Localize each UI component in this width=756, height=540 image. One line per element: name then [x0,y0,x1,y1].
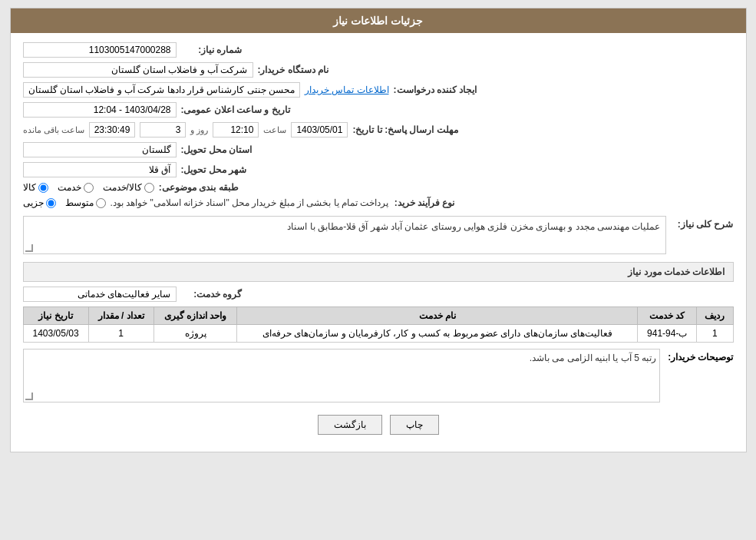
table-row: 1ب-94-941فعالیت‌های سازمان‌های دارای عضو… [23,325,733,343]
purchase-radio-jozii[interactable] [46,198,56,208]
service-group-row: گروه خدمت: سایر فعالیت‌های خدماتی [23,287,734,302]
buyer-org-value: شرکت آب و فاضلاب استان گلستان [23,62,253,78]
buyer-notes-box: رتبه 5 آب یا ابنیه الزامی می باشد. [23,349,661,403]
reply-deadline-row: مهلت ارسال پاسخ: تا تاریخ: 1403/05/01 سا… [23,122,734,137]
category-option-khedmat: خدمت [58,182,94,193]
need-number-row: شماره نیاز: 1103005147000288 [23,42,734,58]
category-label: طبقه بندی موضوعی: [159,182,239,193]
buyer-notes-resize [25,393,33,400]
creator-label: ایجاد کننده درخواست: [394,84,477,95]
creator-link[interactable]: اطلاعات تماس خریدار [305,84,389,95]
province-value: گلستان [23,142,177,157]
category-option-kala: کالا [23,182,48,193]
services-table: ردیف کد خدمت نام خدمت واحد اندازه گیری ت… [23,306,734,343]
description-wrapper: عملیات مهندسی مجدد و بهسازی مخزن فلزی هو… [23,216,666,254]
need-number-label: شماره نیاز: [181,45,243,55]
reply-days-label: روز و [190,125,208,135]
purchase-option-jozii: جزیی [23,197,56,208]
table-header-row: ردیف کد خدمت نام خدمت واحد اندازه گیری ت… [23,307,733,325]
category-khedmat-label: خدمت [58,182,81,193]
category-kala-label: کالا [23,182,36,193]
description-section: شرح کلی نیاز: عملیات مهندسی مجدد و بهساز… [23,216,734,254]
announce-value: 1403/04/28 - 12:04 [23,102,177,118]
reply-time-value: 12:10 [213,122,259,137]
purchase-motavasset-label: متوسط [65,197,94,208]
category-option-kala-khedmat: کالا/خدمت [103,182,154,193]
creator-row: ایجاد کننده درخواست: اطلاعات تماس خریدار… [23,82,734,98]
table-cell-row: 1 [697,325,733,343]
page-header: جزئیات اطلاعات نیاز [11,8,746,33]
buyer-org-label: نام دستگاه خریدار: [258,65,329,75]
col-header-row: ردیف [697,307,733,325]
purchase-note: پرداخت تمام یا بخشی از مبلغ خریدار محل "… [111,197,389,208]
back-button[interactable]: بازگشت [318,415,382,435]
reply-days-value: 3 [140,122,186,137]
table-cell-quantity: 1 [88,325,154,343]
purchase-radio-group: متوسط جزیی [23,197,106,208]
service-group-value: سایر فعالیت‌های خدماتی [23,287,177,302]
content-area: شماره نیاز: 1103005147000288 نام دستگاه … [11,33,746,452]
province-row: استان محل تحویل: گلستان [23,142,734,157]
resize-handle [25,244,33,252]
col-header-unit: واحد اندازه گیری [154,307,237,325]
city-row: شهر محل تحویل: آق قلا [23,162,734,177]
buyer-notes-section: توصیحات خریدار: رتبه 5 آب یا ابنیه الزام… [23,349,734,403]
table-cell-unit: پروژه [154,325,237,343]
purchase-type-label: نوع فرآیند خرید: [393,197,454,208]
col-header-name: نام خدمت [237,307,638,325]
purchase-type-row: نوع فرآیند خرید: پرداخت تمام یا بخشی از … [23,197,734,208]
table-cell-date: 1403/05/03 [23,325,88,343]
category-radio-khedmat[interactable] [84,183,94,193]
reply-time-label: ساعت [263,125,286,135]
buyer-org-row: نام دستگاه خریدار: شرکت آب و فاضلاب استا… [23,62,734,78]
category-row: طبقه بندی موضوعی: کالا/خدمت خدمت کالا [23,182,734,193]
reply-date-value: 1403/05/01 [291,122,348,137]
province-label: استان محل تحویل: [181,144,253,155]
announce-row: تاریخ و ساعت اعلان عمومی: 1403/04/28 - 1… [23,102,734,118]
col-header-qty: تعداد / مقدار [88,307,154,325]
col-header-code: کد خدمت [638,307,697,325]
buttons-row: چاپ بازگشت [23,415,734,435]
category-kala-khedmat-label: کالا/خدمت [103,182,142,193]
city-value: آق قلا [23,162,177,177]
reply-deadline-label: مهلت ارسال پاسخ: تا تاریخ: [352,124,457,135]
category-radio-group: کالا/خدمت خدمت کالا [23,182,154,193]
table-cell-code: ب-94-941 [638,325,697,343]
col-header-date: تاریخ نیاز [23,307,88,325]
page-title: جزئیات اطلاعات نیاز [333,15,423,27]
creator-value: محسن جنتی کارشناس قرار دادها شرکت آب و ف… [23,82,300,98]
purchase-jozii-label: جزیی [23,197,44,208]
city-label: شهر محل تحویل: [181,164,247,175]
reply-remaining-label: ساعت باقی مانده [23,125,84,135]
reply-remaining-value: 23:30:49 [89,122,136,137]
service-group-label: گروه خدمت: [181,289,243,300]
category-radio-kala[interactable] [38,183,48,193]
buyer-notes-value: رتبه 5 آب یا ابنیه الزامی می باشد. [530,353,656,363]
need-number-value: 1103005147000288 [23,42,177,58]
category-radio-kala-khedmat[interactable] [144,183,154,193]
print-button[interactable]: چاپ [390,415,439,435]
purchase-option-motavasset: متوسط [65,197,106,208]
page-container: جزئیات اطلاعات نیاز شماره نیاز: 11030051… [10,8,747,452]
description-value: عملیات مهندسی مجدد و بهسازی مخزن فلزی هو… [23,216,666,254]
services-section-title: اطلاعات خدمات مورد نیاز [23,262,734,282]
purchase-radio-motavasset[interactable] [96,198,106,208]
buyer-notes-label: توصیحات خریدار: [668,349,733,363]
announce-label: تاریخ و ساعت اعلان عمومی: [181,104,290,115]
table-cell-name: فعالیت‌های سازمان‌های دارای عضو مربوط به… [237,325,638,343]
description-label: شرح کلی نیاز: [672,216,734,230]
